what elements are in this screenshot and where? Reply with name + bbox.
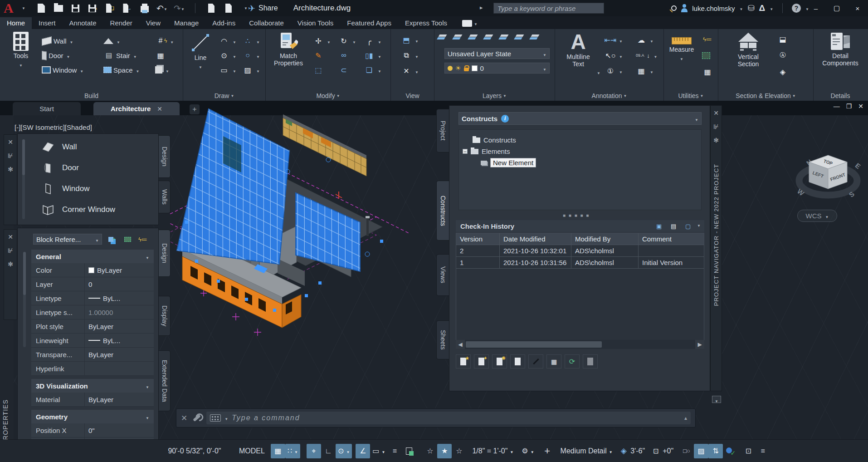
elevation-symbol-button[interactable]: ◈ bbox=[777, 65, 788, 78]
clean-screen-button[interactable]: ⊡ bbox=[741, 444, 756, 458]
navigator-tab-project[interactable]: Project bbox=[436, 109, 449, 152]
scroll-left-icon[interactable]: ◀ bbox=[456, 340, 465, 349]
new-element-name-edit[interactable]: New Element bbox=[490, 158, 536, 167]
search-input[interactable] bbox=[494, 3, 604, 13]
tool-wall[interactable]: Wall bbox=[29, 137, 156, 157]
properties-close-icon[interactable]: ✕ bbox=[8, 233, 13, 241]
leader-button[interactable]: ↖○ bbox=[605, 49, 623, 62]
point-button[interactable]: ∴ bbox=[242, 34, 260, 47]
cut-plane-button[interactable]: ◈ 3'-6" bbox=[619, 444, 647, 458]
ortho-toggle[interactable]: ∟ bbox=[321, 444, 336, 458]
panel-label-layers[interactable]: Layers bbox=[434, 91, 555, 101]
stretch-button[interactable]: ⊂ bbox=[338, 64, 349, 76]
maximize-button[interactable]: ▢ bbox=[826, 0, 847, 16]
navigator-autohide-icon[interactable]: ⊮ bbox=[713, 123, 719, 130]
rectangle-button[interactable]: ▭ bbox=[219, 64, 236, 76]
minimize-button[interactable]: – bbox=[805, 0, 826, 16]
redo-button[interactable]: ↷ bbox=[173, 2, 185, 14]
tools-button[interactable]: Tools bbox=[6, 32, 35, 68]
navigator-close-icon[interactable]: ✕ bbox=[713, 109, 719, 117]
tool-palette-tab-walls[interactable]: Walls bbox=[159, 181, 171, 213]
ribbon-tab-annotate[interactable]: Annotate bbox=[63, 17, 103, 29]
elevation-mark-a-button[interactable]: Ⓐ bbox=[777, 49, 788, 62]
command-close-icon[interactable]: ✕ bbox=[181, 413, 187, 423]
quick-select-icon[interactable] bbox=[122, 234, 133, 245]
section-box-button[interactable]: ⬓ bbox=[777, 33, 788, 45]
palette-close-icon[interactable]: ✕ bbox=[8, 138, 13, 146]
prop-row-plot-style[interactable]: Plot styleByLayer bbox=[31, 319, 154, 334]
collapse-icon[interactable]: – bbox=[463, 149, 468, 154]
object-snap-tracking-toggle[interactable]: ▭ bbox=[370, 444, 387, 458]
3d-osnap-toggle[interactable]: ☆ bbox=[452, 444, 466, 458]
box-button[interactable] bbox=[155, 64, 169, 76]
window-button[interactable]: Window bbox=[42, 64, 83, 76]
constructs-header-combo[interactable]: Constructs i bbox=[458, 112, 702, 125]
history-preview-icon[interactable]: ▢ bbox=[683, 221, 693, 231]
ribbon-tab-express-tools[interactable]: Express Tools bbox=[398, 17, 454, 29]
help-search[interactable] bbox=[493, 3, 604, 14]
ignore-xref-button[interactable] bbox=[528, 354, 543, 369]
sync-status-button[interactable] bbox=[583, 354, 598, 369]
view-pan-button[interactable]: ✕ bbox=[401, 64, 419, 77]
save-to-mobile-button[interactable]: ❏ bbox=[104, 2, 116, 14]
ribbon-tab-vision-tools[interactable]: Vision Tools bbox=[291, 17, 341, 29]
properties-autohide-icon[interactable]: ⊮ bbox=[8, 247, 13, 254]
viewcube-cube[interactable]: TOP LEFT FRONT bbox=[809, 155, 847, 189]
tool-palette-scrollbar[interactable] bbox=[22, 139, 25, 219]
history-refresh-icon[interactable]: ▣ bbox=[653, 221, 664, 231]
erase-button[interactable]: ✎ bbox=[313, 49, 324, 62]
hatch-background-toggle[interactable]: ▨ bbox=[694, 444, 708, 458]
tree-node-elements[interactable]: – Elements bbox=[459, 146, 701, 157]
wcs-selector[interactable]: WCS bbox=[797, 210, 837, 222]
panel-label-draw[interactable]: Draw bbox=[183, 91, 265, 101]
column-grid-button[interactable]: #ϟ bbox=[155, 34, 174, 47]
layer-off-icon[interactable] bbox=[454, 34, 463, 41]
annotation-scale-button[interactable]: 1/8" = 1'-0" bbox=[470, 444, 516, 458]
close-button[interactable]: × bbox=[847, 0, 868, 16]
tree-node-new-element[interactable]: New Element bbox=[459, 157, 701, 168]
explode-button[interactable]: ⬚ bbox=[313, 64, 324, 76]
command-history-caret-icon[interactable]: ▴ bbox=[684, 415, 687, 421]
panel-label-modify[interactable]: Modify bbox=[266, 91, 390, 101]
arc-button[interactable]: ◠ bbox=[219, 34, 236, 47]
transparency-toggle[interactable] bbox=[402, 444, 416, 458]
view-cube[interactable]: N W S E TOP LEFT FRONT bbox=[788, 152, 868, 208]
autocad-app-menu[interactable]: A bbox=[4, 2, 17, 14]
navigator-tab-constructs[interactable]: Constructs bbox=[436, 181, 449, 241]
prop-row-color[interactable]: ColorByLayer bbox=[31, 263, 154, 277]
select-objects-icon[interactable]: + bbox=[107, 234, 117, 245]
object-type-selector[interactable]: Block Refere... bbox=[33, 234, 102, 245]
history-row[interactable]: 1 2021-10-26 10:31:56 ADS\cholmsl Initia… bbox=[456, 257, 704, 269]
scroll-thumb[interactable] bbox=[466, 341, 602, 348]
layer-undo-icon[interactable] bbox=[515, 34, 525, 41]
autodesk-menu-caret[interactable] bbox=[770, 4, 773, 12]
help-icon[interactable]: ? bbox=[792, 4, 801, 13]
col-comment[interactable]: Comment bbox=[639, 233, 704, 245]
match-properties-button[interactable]: MatchProperties bbox=[269, 32, 307, 67]
properties-scrollbar[interactable] bbox=[23, 252, 26, 347]
ribbon-tab-manage[interactable]: Manage bbox=[167, 17, 205, 29]
info-icon[interactable]: i bbox=[501, 115, 509, 123]
prop-row-layer[interactable]: Layer0 bbox=[31, 277, 154, 291]
ribbon-tab-insert[interactable]: Insert bbox=[32, 17, 63, 29]
history-details-icon[interactable]: ▤ bbox=[668, 221, 679, 231]
tree-node-constructs[interactable]: Constructs bbox=[459, 134, 701, 146]
navigator-tab-sheets[interactable]: Sheets bbox=[436, 320, 449, 359]
properties-tab-design[interactable]: Design bbox=[159, 230, 171, 277]
enhanced-grid-button[interactable]: ▦ bbox=[155, 49, 166, 62]
detail-components-button[interactable]: DetailComponents bbox=[820, 32, 861, 67]
rotate-button[interactable]: ↻ bbox=[338, 34, 356, 47]
drawing-minimize-icon[interactable]: — bbox=[834, 103, 840, 110]
drawing-compare-button[interactable] bbox=[723, 444, 737, 458]
ribbon-tab-collaborate[interactable]: Collaborate bbox=[242, 17, 291, 29]
new-construct-button[interactable]: ✺ bbox=[492, 354, 507, 369]
prop-row-hyperlink[interactable]: Hyperlink bbox=[31, 362, 154, 376]
prop-row-material[interactable]: MaterialByLayer bbox=[31, 393, 154, 407]
undo-button[interactable]: ↶ bbox=[156, 2, 168, 14]
new-element-button[interactable]: ✦ bbox=[474, 354, 489, 369]
search-icon[interactable] bbox=[671, 5, 677, 11]
layer-freeze-icon[interactable] bbox=[484, 34, 494, 41]
dynamic-input-toggle[interactable]: ⌖ bbox=[307, 444, 321, 458]
wall-button[interactable]: Wall bbox=[42, 34, 73, 47]
panel-label-section[interactable]: Section & Elevation bbox=[718, 91, 813, 101]
